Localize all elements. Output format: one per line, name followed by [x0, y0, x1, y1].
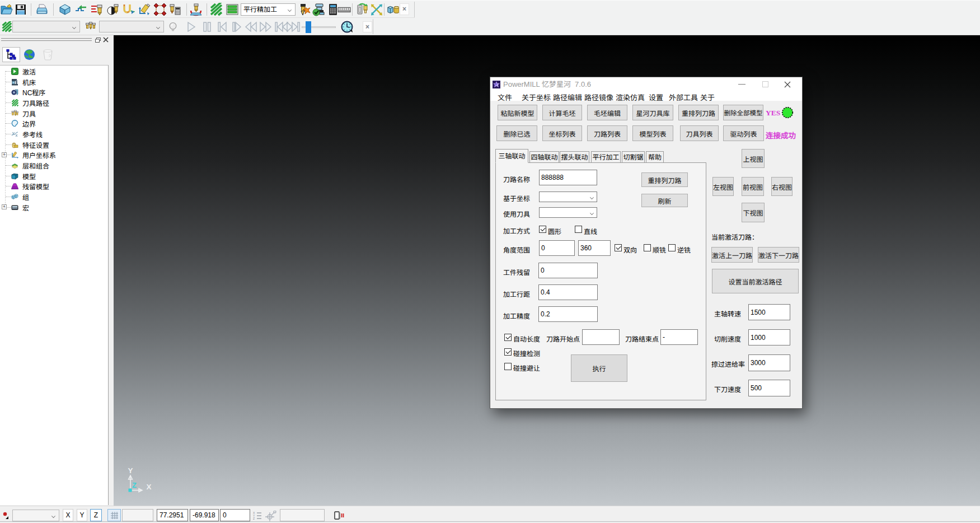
svg-text:Z: Z: [253, 517, 255, 520]
svg-text:X: X: [146, 483, 151, 491]
svg-text:Z: Z: [132, 481, 137, 489]
svg-text:Y: Y: [128, 466, 133, 475]
